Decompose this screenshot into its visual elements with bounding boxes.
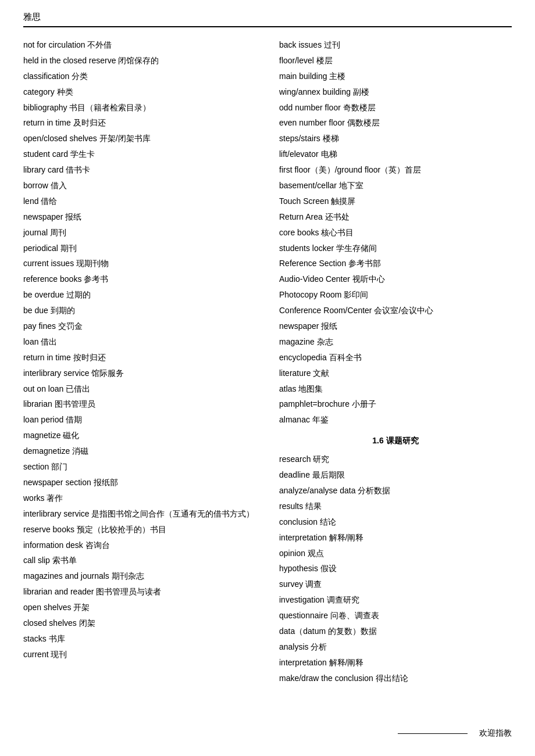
section-vocab-item: conclusion 结论: [279, 515, 512, 530]
right-vocab-item: even number floor 偶数楼层: [279, 116, 512, 131]
left-vocab-item: loan 借出: [23, 335, 256, 350]
right-vocab-item: wing/annex building 副楼: [279, 85, 512, 100]
right-vocab-item: encyclopedia 百科全书: [279, 350, 512, 366]
footer-divider: [398, 733, 468, 734]
right-vocab-item: core books 核心书目: [279, 225, 512, 241]
page-footer: 欢迎指教: [0, 728, 535, 739]
page-header: 雅思: [23, 12, 512, 27]
left-column: not for circulation 不外借held in the close…: [23, 38, 268, 687]
right-vocab-item: literature 文献: [279, 366, 512, 381]
left-vocab-item: category 种类: [23, 85, 256, 100]
left-vocab-item: borrow 借入: [23, 178, 256, 194]
left-vocab-item: closed shelves 闭架: [23, 616, 256, 631]
left-vocab-item: librarian 图书管理员: [23, 397, 256, 412]
left-vocab-item: periodical 期刊: [23, 241, 256, 256]
right-vocab-item: Return Area 还书处: [279, 210, 512, 225]
left-vocab-item: bibliography 书目（籍者检索目录）: [23, 101, 256, 116]
left-vocab-item: return in time 及时归还: [23, 116, 256, 131]
right-vocab-item: back issues 过刊: [279, 38, 512, 53]
left-vocab-item: out on loan 已借出: [23, 382, 256, 397]
right-vocab-item: pamphlet=brochure 小册子: [279, 397, 512, 412]
right-vocab-item: Touch Screen 触摸屏: [279, 194, 512, 209]
section-vocab-item: interpretation 解释/阐释: [279, 655, 512, 671]
left-vocab-item: interlibrary service 馆际服务: [23, 366, 256, 381]
right-vocab-item: newspaper 报纸: [279, 319, 512, 334]
left-vocab-item: be due 到期的: [23, 303, 256, 318]
left-vocab-item: reserve books 预定（比较抢手的）书目: [23, 522, 256, 538]
section-vocab-item: interpretation 解释/阐释: [279, 531, 512, 546]
left-vocab-item: current issues 现期刊物: [23, 256, 256, 271]
right-vocab-item: basement/cellar 地下室: [279, 178, 512, 194]
left-vocab-item: information desk 咨询台: [23, 538, 256, 553]
left-vocab-item: demagnetize 消磁: [23, 444, 256, 459]
section-vocab-item: results 结果: [279, 499, 512, 514]
section-vocab-item: analysis 分析: [279, 640, 512, 655]
content-area: not for circulation 不外借held in the close…: [23, 38, 512, 687]
right-vocab-item: odd number floor 奇数楼层: [279, 101, 512, 116]
left-vocab-item: pay fines 交罚金: [23, 319, 256, 334]
left-vocab-item: reference books 参考书: [23, 272, 256, 287]
section-vocab-item: deadline 最后期限: [279, 468, 512, 483]
page-title: 雅思: [23, 12, 41, 22]
section-vocab-item: survey 调查: [279, 577, 512, 592]
left-vocab-item: library card 借书卡: [23, 163, 256, 178]
left-vocab-item: be overdue 过期的: [23, 288, 256, 303]
left-vocab-item: newspaper 报纸: [23, 210, 256, 225]
section-vocab-item: data（datum 的复数）数据: [279, 624, 512, 639]
right-column: back issues 过刊floor/level 楼层main buildin…: [268, 38, 512, 687]
footer-text: 欢迎指教: [479, 728, 512, 739]
right-vocab-item: Audio-Video Center 视听中心: [279, 272, 512, 287]
right-vocab-item: Reference Section 参考书部: [279, 256, 512, 271]
left-vocab-item: open/closed shelves 开架/闭架书库: [23, 131, 256, 146]
section-header: 1.6 课题研究: [279, 433, 512, 449]
left-vocab-item: interlibrary service 是指图书馆之间合作（互通有无的借书方式…: [23, 507, 256, 522]
left-vocab-item: open shelves 开架: [23, 600, 256, 615]
right-vocab-item: almanac 年鉴: [279, 413, 512, 428]
left-vocab-item: magazines and journals 期刊杂志: [23, 569, 256, 584]
right-vocab-item: Conference Room/Center 会议室/会议中心: [279, 303, 512, 318]
section-vocab-item: hypothesis 假设: [279, 561, 512, 576]
left-vocab-item: works 著作: [23, 491, 256, 506]
right-vocab-item: lift/elevator 电梯: [279, 147, 512, 162]
left-vocab-item: magnetize 磁化: [23, 428, 256, 443]
left-vocab-item: loan period 借期: [23, 413, 256, 428]
section-vocab-item: questionnaire 问卷、调查表: [279, 608, 512, 624]
right-vocab-item: students locker 学生存储间: [279, 241, 512, 256]
right-vocab-item: Photocopy Room 影印间: [279, 288, 512, 303]
left-vocab-item: return in time 按时归还: [23, 350, 256, 366]
left-vocab-item: not for circulation 不外借: [23, 38, 256, 53]
section-vocab-item: make/draw the conclusion 得出结论: [279, 671, 512, 686]
section-vocab-item: investigation 调查研究: [279, 593, 512, 608]
left-vocab-item: lend 借给: [23, 194, 256, 209]
left-vocab-item: student card 学生卡: [23, 147, 256, 162]
left-vocab-item: journal 周刊: [23, 225, 256, 241]
section-vocab-item: research 研究: [279, 452, 512, 467]
left-vocab-item: held in the closed reserve 闭馆保存的: [23, 53, 256, 69]
right-vocab-item: magazine 杂志: [279, 335, 512, 350]
right-vocab-item: steps/stairs 楼梯: [279, 131, 512, 146]
left-vocab-item: section 部门: [23, 460, 256, 475]
left-vocab-item: call slip 索书单: [23, 553, 256, 568]
left-vocab-item: newspaper section 报纸部: [23, 475, 256, 490]
left-vocab-item: librarian and reader 图书管理员与读者: [23, 585, 256, 600]
left-vocab-item: current 现刊: [23, 647, 256, 662]
left-vocab-item: stacks 书库: [23, 632, 256, 647]
right-vocab-item: atlas 地图集: [279, 382, 512, 397]
left-vocab-item: classification 分类: [23, 69, 256, 84]
page-container: 雅思 not for circulation 不外借held in the cl…: [0, 0, 535, 722]
right-vocab-item: floor/level 楼层: [279, 53, 512, 69]
right-vocab-item: main building 主楼: [279, 69, 512, 84]
right-vocab-item: first floor（美）/ground floor（英）首层: [279, 163, 512, 178]
section-vocab-item: analyze/analyse data 分析数据: [279, 483, 512, 499]
section-vocab-item: opinion 观点: [279, 546, 512, 561]
